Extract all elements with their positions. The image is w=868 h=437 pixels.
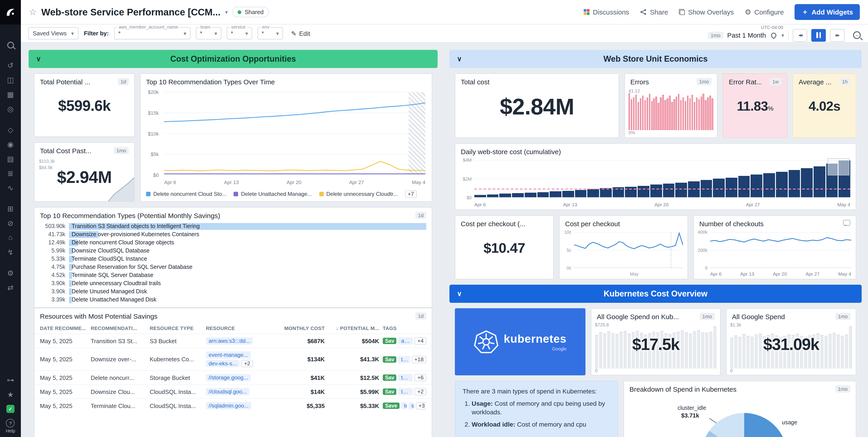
bar-row[interactable]: 5.99kDownsize CloudSQL Database — [40, 247, 426, 255]
discussions-button[interactable]: Discussions — [583, 8, 629, 16]
tag-chip[interactable]: team:web — [401, 402, 407, 409]
more-tags-badge[interactable]: +6 — [415, 374, 426, 381]
timeframe-badge: 1d — [118, 78, 129, 85]
skip-back-button[interactable]: ◂◂ — [793, 29, 807, 41]
line-chart[interactable] — [164, 92, 425, 175]
legend-item[interactable]: Delete noncurrent Cloud Sto... — [146, 191, 226, 197]
zoom-out-icon[interactable]: − — [853, 31, 861, 39]
bar-row[interactable]: 4.75kPurchase Reservation for SQL Server… — [40, 263, 426, 271]
col-resource-type[interactable]: RESOURCE TYPE — [150, 325, 202, 331]
savings-tag[interactable]: Sav — [383, 374, 397, 381]
more-tags-badge[interactable]: +2 — [415, 388, 426, 395]
col-resource[interactable]: RESOURCE — [206, 325, 275, 331]
favorite-star-icon[interactable]: ☆ — [29, 7, 37, 17]
more-resources-badge[interactable]: +2 — [241, 360, 253, 367]
collapse-section-icon[interactable]: ∨ — [29, 55, 49, 63]
spend-pie-chart[interactable] — [701, 413, 787, 437]
line-chart[interactable] — [574, 232, 683, 268]
legend-item[interactable]: Delete unnecessary Cloudtr... — [319, 191, 398, 197]
title-chevron-icon[interactable]: ▾ — [225, 9, 228, 15]
infrastructure-icon[interactable]: ▤ — [0, 151, 21, 166]
saved-views-dropdown[interactable]: Saved Views ▾ — [28, 27, 79, 39]
tag-chip[interactable]: s... — [409, 402, 414, 409]
skip-forward-button[interactable]: ▸▸ — [830, 29, 844, 41]
bar-row[interactable]: 4.52kTerminate SQL Server Database — [40, 271, 426, 279]
services-icon[interactable]: ◉ — [0, 137, 21, 151]
bar-row[interactable]: 5.33kTerminate CloudSQL Instance — [40, 255, 426, 263]
more-tags-badge[interactable]: +4 — [415, 337, 426, 345]
cell-type: Storage Bucket — [150, 374, 202, 381]
add-widgets-button[interactable]: ＋ Add Widgets — [795, 4, 860, 20]
dashboards-icon[interactable]: ▦ — [0, 87, 21, 101]
bar-row[interactable]: 12.49kDelete noncurrent Cloud Storage ob… — [40, 239, 426, 247]
filter-team[interactable]: team * ▾ — [196, 27, 221, 39]
plugins-icon[interactable]: ⊶ — [0, 373, 21, 387]
collapse-section-icon[interactable]: ∨ — [450, 55, 469, 63]
savings-tag[interactable]: Sav — [383, 338, 397, 344]
filter-env[interactable]: env * ▾ — [257, 27, 283, 39]
explore-icon[interactable]: ◇ — [0, 122, 21, 137]
edit-button[interactable]: ✎ Edit — [291, 30, 310, 37]
metrics-icon[interactable]: ◫ — [0, 72, 21, 87]
app-logo[interactable] — [0, 0, 21, 25]
history-icon[interactable]: ↺ — [0, 58, 21, 72]
filter-service[interactable]: service * ▾ — [227, 27, 252, 39]
pause-button[interactable] — [811, 29, 826, 41]
savings-tag[interactable]: Sav — [383, 356, 397, 363]
more-tags-badge[interactable]: +18 — [411, 355, 426, 363]
resource-link[interactable]: //sqladmin.goo... — [206, 402, 251, 409]
comment-icon[interactable] — [843, 220, 850, 226]
environments-icon[interactable]: ✓ — [0, 402, 21, 416]
resource-link[interactable]: dev-eks-s... — [206, 360, 240, 367]
col-date[interactable]: DATE RECOMME... — [40, 325, 87, 331]
collapse-section-icon[interactable]: ∨ — [450, 290, 469, 298]
bar-row[interactable]: 3.90kDelete Unused Managed Disk — [40, 287, 426, 295]
pin-icon[interactable] — [770, 31, 777, 39]
resource-link[interactable]: //storage.goog... — [206, 374, 251, 381]
col-monthly-cost[interactable]: MONTHLY COST — [278, 325, 325, 331]
col-tags[interactable]: TAGS — [383, 325, 426, 331]
settings-icon[interactable]: ⚙ — [0, 266, 21, 280]
bar-row[interactable]: 41.73kDownsize over-provisioned Kubernet… — [40, 230, 426, 239]
legend-item[interactable]: Delete Unattached Manage... — [234, 191, 312, 197]
traces-icon[interactable]: ∿ — [0, 180, 21, 195]
tag-chip[interactable]: team:platf... — [398, 388, 413, 395]
configure-button[interactable]: ⚙ Configure — [745, 8, 784, 16]
events-icon[interactable]: ↯ — [0, 245, 21, 259]
shared-badge[interactable]: Shared — [232, 7, 269, 17]
col-recommendation[interactable]: RECOMMENDATI... — [91, 325, 146, 331]
col-potential[interactable]: ↓ POTENTIAL M... — [328, 325, 379, 331]
integrations-icon[interactable]: ⊞ — [0, 201, 21, 216]
savings-tag[interactable]: Save — [383, 403, 400, 409]
more-tags-badge[interactable]: +3 — [416, 402, 426, 409]
assistant-icon[interactable]: ★ — [0, 387, 21, 402]
chevron-down-icon[interactable]: ▾ — [781, 32, 784, 38]
share-button[interactable]: Share — [640, 8, 668, 16]
hosts-icon[interactable]: ⌂ — [0, 230, 21, 245]
widget-title: All Google Spend on Kub... — [597, 313, 679, 320]
line-chart[interactable] — [710, 232, 851, 268]
help-button[interactable]: ? Help — [6, 419, 15, 433]
resource-link[interactable]: //cloudsql.goo... — [206, 388, 249, 395]
resource-link[interactable]: event-manage... — [206, 351, 251, 358]
legend-more-badge[interactable]: +7 — [405, 190, 416, 198]
tag-chip[interactable]: team:ads — [398, 355, 410, 363]
shared-label: Shared — [245, 9, 264, 15]
tag-chip[interactable]: account:d... — [398, 337, 413, 345]
daily-cost-bar-chart[interactable] — [474, 160, 850, 198]
monitors-icon[interactable]: ◎ — [0, 101, 21, 116]
show-overlays-button[interactable]: Show Overlays — [679, 8, 734, 16]
bar-row[interactable]: 3.39kDelete Unattached Managed Disk — [40, 295, 426, 304]
bar-row[interactable]: 3.90kDelete unnecessary Cloudtrail trail… — [40, 279, 426, 287]
security-icon[interactable]: ⊘ — [0, 216, 21, 230]
tag-chip[interactable]: team:anal... — [398, 374, 413, 381]
resource-link[interactable]: arn:aws:s3:::dd... — [206, 337, 253, 345]
errors-bar-chart[interactable] — [628, 93, 713, 130]
logs-icon[interactable]: ≣ — [0, 166, 21, 180]
filter-aws-member-account-name[interactable]: aws_member_account_name * ▾ — [114, 27, 190, 39]
search-icon[interactable] — [7, 38, 14, 52]
bar-row[interactable]: 503.90kTransition S3 Standard objects to… — [40, 222, 426, 230]
time-range-selector[interactable]: Past 1 Month — [727, 32, 766, 39]
pipelines-icon[interactable]: ⇄ — [0, 280, 21, 295]
savings-tag[interactable]: Sav — [383, 388, 397, 395]
